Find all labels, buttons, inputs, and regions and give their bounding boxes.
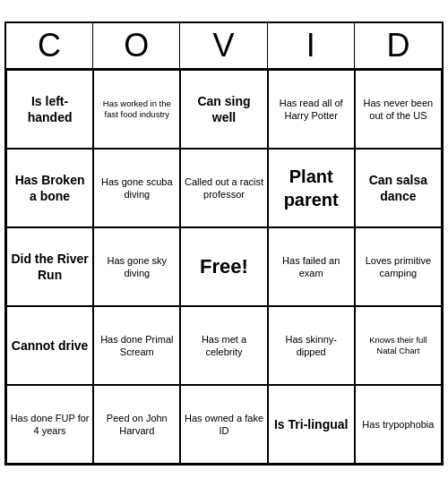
bingo-cell[interactable]: Has done Primal Scream bbox=[93, 306, 180, 385]
bingo-cell[interactable]: Peed on John Harvard bbox=[93, 385, 180, 464]
bingo-cell[interactable]: Has gone scuba diving bbox=[93, 149, 180, 227]
bingo-cell[interactable]: Has never been out of the US bbox=[355, 70, 442, 149]
header-letter: C bbox=[6, 23, 93, 68]
bingo-header: COVID bbox=[6, 23, 442, 70]
header-letter: I bbox=[268, 23, 355, 68]
bingo-cell[interactable]: Can sing well bbox=[180, 70, 267, 149]
bingo-cell[interactable]: Has met a celebrity bbox=[180, 306, 267, 385]
bingo-cell[interactable]: Has trypophobia bbox=[355, 385, 442, 464]
bingo-cell[interactable]: Can salsa dance bbox=[355, 149, 442, 227]
bingo-cell[interactable]: Knows their full Natal Chart bbox=[355, 306, 442, 385]
bingo-cell[interactable]: Free! bbox=[180, 227, 267, 306]
bingo-card: COVID Is left-handedHas worked in the fa… bbox=[4, 21, 444, 466]
header-letter: V bbox=[180, 23, 267, 68]
bingo-cell[interactable]: Has failed an exam bbox=[268, 227, 355, 306]
bingo-cell[interactable]: Has gone sky diving bbox=[93, 227, 180, 306]
header-letter: O bbox=[93, 23, 180, 68]
bingo-cell[interactable]: Has read all of Harry Potter bbox=[268, 70, 355, 149]
bingo-cell[interactable]: Has Broken a bone bbox=[6, 149, 93, 227]
bingo-cell[interactable]: Called out a racist professor bbox=[180, 149, 267, 227]
bingo-cell[interactable]: Is Tri-lingual bbox=[268, 385, 355, 464]
header-letter: D bbox=[355, 23, 442, 68]
bingo-cell[interactable]: Cannot drive bbox=[6, 306, 93, 385]
bingo-grid: Is left-handedHas worked in the fast foo… bbox=[6, 70, 442, 464]
bingo-cell[interactable]: Has skinny-dipped bbox=[268, 306, 355, 385]
bingo-cell[interactable]: Is left-handed bbox=[6, 70, 93, 149]
bingo-cell[interactable]: Has done FUP for 4 years bbox=[6, 385, 93, 464]
bingo-cell[interactable]: Has worked in the fast food industry bbox=[93, 70, 180, 149]
bingo-cell[interactable]: Has owned a fake ID bbox=[180, 385, 267, 464]
bingo-cell[interactable]: Loves primitive camping bbox=[355, 227, 442, 306]
bingo-cell[interactable]: Plant parent bbox=[268, 149, 355, 227]
bingo-cell[interactable]: Did the River Run bbox=[6, 227, 93, 306]
